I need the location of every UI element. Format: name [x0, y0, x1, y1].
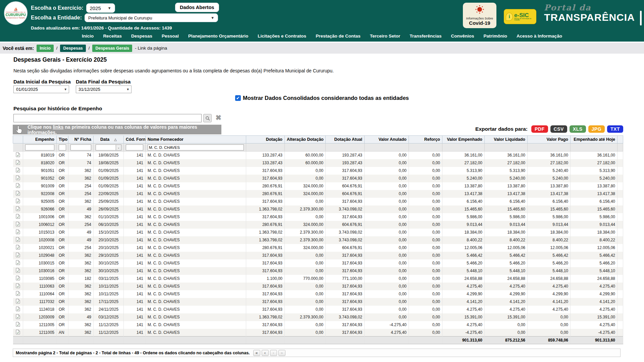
cell-valor-liquidado[interactable]: 13.387,80 — [485, 182, 528, 190]
cell-dotacao[interactable]: 317.604,93 — [246, 283, 285, 290]
cell-empenho[interactable]: 1203009 — [23, 313, 57, 321]
cell-reforco[interactable]: 0,00 — [409, 182, 442, 190]
cell-dotacao[interactable]: 317.604,93 — [246, 213, 285, 221]
cell-empenho[interactable]: 1029048 — [23, 252, 57, 259]
column-header-cod-forn[interactable]: Cód. Forn. — [124, 136, 146, 143]
cell-valor-liquidado[interactable]: 5.240,00 — [485, 175, 528, 182]
cell-valor-empenhado[interactable]: 13.417,38 — [442, 190, 485, 198]
nav-item-transferencias[interactable]: Transferências — [405, 32, 446, 42]
cell-dotacao[interactable]: 317.604,93 — [246, 290, 285, 298]
cell-valor-anulado[interactable]: 0,00 — [365, 198, 409, 205]
cell-empenho[interactable]: 926066 — [23, 205, 57, 213]
cell-alteracao-dotacao[interactable]: 0,00 — [285, 213, 326, 221]
column-header-empenho[interactable]: Empenho — [23, 136, 57, 143]
filter-fornecedor-input[interactable] — [148, 144, 244, 150]
cell-alteracao-dotacao[interactable]: 0,00 — [285, 167, 326, 175]
cell-empenho[interactable]: 818020 — [23, 159, 57, 167]
cell-empenhado-ate-hoje[interactable]: 18.384,00 — [571, 229, 618, 236]
export-pdf-button[interactable]: PDF — [531, 125, 548, 133]
cell-dotacao-atual[interactable]: 3.743.098,02 — [326, 236, 365, 244]
open-empenho-document-icon[interactable] — [16, 168, 20, 174]
open-empenho-document-icon[interactable] — [16, 198, 20, 204]
cell-dotacao[interactable]: 280.676,91 — [246, 190, 285, 198]
cell-dotacao-atual[interactable]: 317.604,93 — [326, 329, 365, 337]
breadcrumb-despesas[interactable]: Despesas — [60, 45, 86, 52]
cell-dotacao[interactable]: 1.100,00 — [246, 275, 285, 283]
open-empenho-document-icon[interactable] — [16, 229, 20, 235]
cell-valor-anulado[interactable]: 0,00 — [365, 244, 409, 252]
cell-reforco[interactable]: 0,00 — [409, 259, 442, 267]
cell-alteracao-dotacao[interactable]: 2.379.300,00 — [285, 229, 326, 236]
cell-valor-anulado[interactable]: 0,00 — [365, 252, 409, 259]
cell-valor-pago[interactable]: 5.466,20 — [528, 259, 571, 267]
cell-valor-liquidado[interactable]: 5.466,20 — [485, 259, 528, 267]
cell-empenhado-ate-hoje[interactable]: 9.013,44 — [571, 221, 618, 229]
cell-dotacao[interactable]: 317.604,93 — [246, 198, 285, 205]
column-header-tipo[interactable]: Tipo — [57, 136, 68, 143]
column-header-valor-liquidado[interactable]: Valor Liquidado — [485, 136, 528, 143]
cell-valor-pago[interactable]: 15.465,60 — [528, 205, 571, 213]
entity-select[interactable]: Prefeitura Municipal de Cururupu ▼ — [85, 13, 218, 22]
open-data-button[interactable]: Dados Abertos — [175, 3, 219, 12]
cell-dotacao[interactable]: 1.363.798,02 — [246, 229, 285, 236]
covid-info-badge[interactable]: Informações Sobre Covid-19 — [463, 3, 496, 28]
cell-valor-anulado[interactable]: 0,00 — [365, 152, 409, 159]
nav-item-inicio[interactable]: Início — [77, 32, 98, 42]
cell-valor-liquidado[interactable]: 18.384,00 — [485, 229, 528, 236]
open-empenho-document-icon[interactable] — [16, 222, 20, 228]
cell-valor-pago[interactable]: 9.013,44 — [528, 221, 571, 229]
open-empenho-document-icon[interactable] — [16, 183, 20, 189]
cell-valor-empenhado[interactable]: 8.400,22 — [442, 236, 485, 244]
cell-valor-pago[interactable]: 36.161,00 — [528, 152, 571, 159]
cell-valor-pago[interactable]: 5.986,00 — [528, 213, 571, 221]
column-header-dotacao-atual[interactable]: Dotação Atual — [326, 136, 365, 143]
cell-dotacao-atual[interactable]: 317.604,93 — [326, 252, 365, 259]
cell-empenho[interactable]: 818019 — [23, 152, 57, 159]
cell-alteracao-dotacao[interactable]: 0,00 — [285, 290, 326, 298]
date-end-select[interactable]: 31/12/2025 ▾ — [76, 85, 131, 93]
open-empenho-document-icon[interactable] — [16, 206, 20, 212]
cell-dotacao-atual[interactable]: 3.743.098,02 — [326, 313, 365, 321]
nav-item-licitacoes-e-contratos[interactable]: Licitações e Contratos — [253, 32, 311, 42]
cell-alteracao-dotacao[interactable]: 60.000,00 — [285, 159, 326, 167]
cell-dotacao-atual[interactable]: 317.604,93 — [326, 306, 365, 313]
breadcrumb-despesas-gerais[interactable]: Despesas Gerais — [92, 45, 132, 52]
cell-valor-empenhado[interactable]: 5.313,90 — [442, 167, 485, 175]
cell-empenhado-ate-hoje[interactable]: -4.275,40 — [571, 329, 618, 337]
cell-valor-pago[interactable]: 4.275,40 — [528, 283, 571, 290]
nav-item-receitas[interactable]: Receitas — [98, 32, 126, 42]
esic-badge[interactable]: i e-SIC Serviço de Informação ao Cidadão — [504, 9, 536, 24]
cell-reforco[interactable]: 0,00 — [409, 213, 442, 221]
cell-valor-empenhado[interactable]: 6.156,40 — [442, 198, 485, 205]
cell-empenho[interactable]: 1117032 — [23, 298, 57, 306]
cell-alteracao-dotacao[interactable]: 0,00 — [285, 329, 326, 337]
cell-valor-liquidado[interactable]: 8.400,22 — [485, 236, 528, 244]
cell-valor-empenhado[interactable]: 4.275,40 — [442, 306, 485, 313]
cell-empenhado-ate-hoje[interactable]: 4.299,90 — [571, 290, 618, 298]
cell-empenho[interactable]: 1110064 — [23, 290, 57, 298]
cell-valor-empenhado[interactable]: 5.448,10 — [442, 267, 485, 275]
cell-valor-anulado[interactable]: 0,00 — [365, 182, 409, 190]
cell-dotacao-atual[interactable]: 317.604,93 — [326, 213, 365, 221]
cell-dotacao[interactable]: 133.287,43 — [246, 159, 285, 167]
cell-empenhado-ate-hoje[interactable]: 12.005,06 — [571, 244, 618, 252]
cell-valor-anulado[interactable]: 0,00 — [365, 229, 409, 236]
cell-empenhado-ate-hoje[interactable]: 4.275,40 — [571, 321, 618, 329]
cell-dotacao[interactable]: 317.604,93 — [246, 306, 285, 313]
search-input[interactable] — [13, 114, 202, 122]
cell-valor-empenhado[interactable]: 18.384,00 — [442, 229, 485, 236]
cell-valor-empenhado[interactable]: 5.466,20 — [442, 259, 485, 267]
export-txt-button[interactable]: TXT — [607, 125, 623, 133]
cell-empenhado-ate-hoje[interactable]: 15.391,00 — [571, 313, 618, 321]
cell-alteracao-dotacao[interactable]: 0,00 — [285, 298, 326, 306]
open-empenho-document-icon[interactable] — [16, 306, 20, 312]
cell-dotacao-atual[interactable]: 317.604,93 — [326, 167, 365, 175]
open-empenho-document-icon[interactable] — [16, 152, 20, 158]
consolidated-checkbox[interactable]: ✔ — [235, 95, 241, 101]
cell-valor-anulado[interactable]: 0,00 — [365, 221, 409, 229]
nav-item-convenios[interactable]: Convênios — [446, 32, 479, 42]
cell-valor-pago[interactable]: 5.240,00 — [528, 175, 571, 182]
cell-dotacao-atual[interactable]: 317.604,93 — [326, 259, 365, 267]
filter-data-select[interactable]: ⌄ — [96, 144, 121, 150]
cell-reforco[interactable]: 0,00 — [409, 221, 442, 229]
